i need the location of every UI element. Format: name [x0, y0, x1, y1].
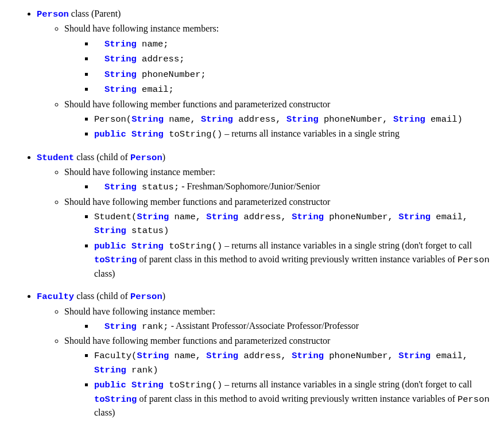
- faculty-members-intro: Should have following instance member: S…: [64, 305, 493, 333]
- list-item: public String toString() – returns all i…: [94, 127, 493, 141]
- list-item: String status; - Freshman/Sophomore/Juni…: [94, 180, 493, 193]
- list-item: String name;: [94, 37, 493, 51]
- person-sublist: Should have following instance members: …: [37, 22, 493, 141]
- tostring-desc: returns all instance variables in a sing…: [231, 129, 400, 138]
- list-item: Faculty(String name, String address, Str…: [94, 348, 493, 377]
- faculty-parent-keyword: Person: [130, 292, 162, 302]
- faculty-funcs-list: Faculty(String name, String address, Str…: [64, 348, 493, 419]
- person-members-list: String name; String address; String phon…: [64, 37, 493, 96]
- person-title-rest: class (Parent): [69, 9, 121, 18]
- string-keyword: String: [201, 114, 233, 125]
- person-keyword: Person: [37, 9, 69, 20]
- tostring-pre: public String: [94, 129, 164, 139]
- faculty-members-list: String rank; - Assistant Professor/Assoc…: [64, 319, 493, 333]
- student-item: Student class (child of Person) Should h…: [37, 150, 493, 280]
- string-keyword: String: [104, 69, 137, 80]
- tostring-mid: toString(): [164, 380, 222, 390]
- student-funcs-intro: Should have following member functions a…: [64, 195, 493, 280]
- student-funcs-intro-text: Should have following member functions a…: [64, 197, 330, 207]
- string-keyword: String: [398, 351, 431, 361]
- list-item: String email;: [94, 82, 493, 96]
- faculty-keyword: Faculty: [37, 292, 74, 302]
- dash: –: [222, 129, 231, 138]
- ctor-seg: email,: [431, 212, 468, 222]
- string-keyword: String: [292, 212, 324, 222]
- list-item: public String toString() – returns all i…: [94, 239, 493, 280]
- tostring-kw: toString: [94, 394, 137, 405]
- string-keyword: String: [104, 182, 137, 192]
- tostring-pre: public String: [94, 380, 164, 390]
- tostring-desc: returns all instance variables in a sing…: [231, 240, 472, 250]
- member-name: email;: [137, 84, 174, 95]
- member-name: address;: [137, 54, 185, 64]
- string-keyword: String: [292, 351, 324, 361]
- student-title-a: class (child of: [74, 152, 130, 162]
- student-parent-keyword: Person: [130, 153, 162, 163]
- string-keyword: String: [137, 212, 169, 222]
- tostring-code: Person: [458, 255, 490, 265]
- ctor-seg: email,: [431, 351, 468, 361]
- list-item: String address;: [94, 52, 493, 65]
- faculty-title-b: ): [162, 291, 165, 301]
- tostring-kw: toString: [94, 255, 137, 265]
- class-list: Person class (Parent) Should have follow…: [11, 7, 493, 419]
- tostring-pre: public String: [94, 241, 164, 251]
- ctor-seg: status): [126, 226, 169, 236]
- string-keyword: String: [94, 365, 126, 375]
- ctor-seg: address,: [238, 212, 292, 222]
- ctor-pre: Person(: [94, 114, 131, 125]
- string-keyword: String: [286, 114, 319, 125]
- faculty-members-intro-text: Should have following instance member:: [64, 306, 215, 316]
- ctor-seg: address,: [233, 114, 286, 125]
- ctor-seg: rank): [126, 365, 158, 375]
- string-keyword: String: [104, 39, 137, 49]
- person-members-intro-text: Should have following instance members:: [64, 24, 219, 33]
- person-funcs-list: Person(String name, String address, Stri…: [64, 112, 493, 141]
- ctor-seg: phoneNumber,: [319, 114, 393, 125]
- student-keyword: Student: [37, 153, 74, 163]
- string-keyword: String: [137, 351, 169, 361]
- student-sublist: Should have following instance member: S…: [37, 165, 493, 280]
- student-members-intro: Should have following instance member: S…: [64, 165, 493, 194]
- string-keyword: String: [398, 212, 431, 222]
- student-members-intro-text: Should have following instance member:: [64, 167, 215, 177]
- student-funcs-list: Student(String name, String address, Str…: [64, 209, 493, 280]
- string-keyword: String: [206, 351, 238, 361]
- dash: –: [222, 240, 231, 250]
- person-funcs-intro: Should have following member functions a…: [64, 98, 493, 141]
- tostring-desc2a: of parent class in this method to avoid …: [137, 394, 458, 403]
- string-keyword: String: [393, 114, 425, 125]
- dash: –: [222, 379, 231, 389]
- ctor-seg: name,: [164, 114, 201, 125]
- student-title-b: ): [162, 152, 165, 162]
- string-keyword: String: [206, 212, 238, 222]
- member-name: phoneNumber;: [137, 69, 206, 80]
- list-item: public String toString() – returns all i…: [94, 378, 493, 419]
- member-name: rank;: [137, 321, 169, 332]
- tostring-mid: toString(): [164, 241, 222, 251]
- string-keyword: String: [104, 321, 137, 332]
- ctor-seg: phoneNumber,: [324, 212, 398, 222]
- faculty-funcs-intro-text: Should have following member functions a…: [64, 336, 330, 346]
- ctor-seg: name,: [169, 351, 206, 361]
- list-item: String phoneNumber;: [94, 67, 493, 81]
- string-keyword: String: [104, 54, 137, 64]
- tostring-desc2b: class): [94, 269, 115, 278]
- list-item: Student(String name, String address, Str…: [94, 209, 493, 238]
- string-keyword: String: [104, 84, 137, 95]
- member-name: name;: [137, 39, 169, 49]
- student-members-list: String status; - Freshman/Sophomore/Juni…: [64, 180, 493, 193]
- member-name: status;: [137, 182, 179, 192]
- list-item: String rank; - Assistant Professor/Assoc…: [94, 319, 493, 333]
- person-item: Person class (Parent) Should have follow…: [37, 7, 493, 141]
- string-keyword: String: [94, 226, 126, 236]
- tostring-desc: returns all instance variables in a sing…: [231, 379, 472, 389]
- list-item: Person(String name, String address, Stri…: [94, 112, 493, 126]
- ctor-pre: Faculty(: [94, 351, 137, 361]
- tostring-desc2a: of parent class in this method to avoid …: [137, 254, 458, 264]
- faculty-sublist: Should have following instance member: S…: [37, 305, 493, 420]
- string-keyword: String: [131, 114, 164, 125]
- faculty-funcs-intro: Should have following member functions a…: [64, 334, 493, 419]
- ctor-seg: phoneNumber,: [324, 351, 398, 361]
- faculty-item: Faculty class (child of Person) Should h…: [37, 289, 493, 419]
